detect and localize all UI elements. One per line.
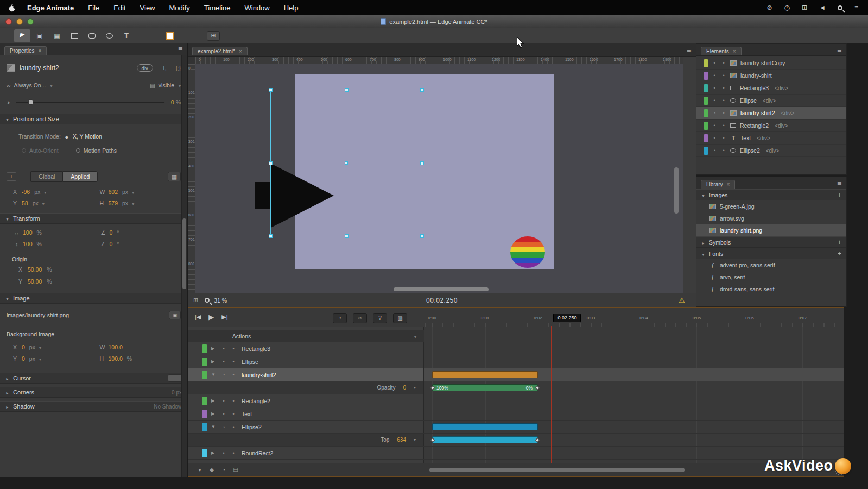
transition-mode-value[interactable]: X, Y Motion (73, 133, 102, 140)
visibility-toggle[interactable]: • (712, 60, 717, 66)
tab-example2[interactable]: example2.html* (192, 47, 248, 55)
keyframe-diamond[interactable] (535, 438, 540, 442)
row-list-icon[interactable] (196, 333, 201, 340)
easing-button[interactable] (393, 313, 407, 323)
add-item-button[interactable]: + (838, 250, 841, 258)
global-button[interactable]: Global (30, 171, 62, 182)
selection-handle[interactable] (345, 88, 349, 92)
menu-item-timeline[interactable]: Timeline (197, 2, 238, 14)
displays-icon[interactable]: ⊞ (802, 4, 807, 11)
keyframe-diamond[interactable] (430, 386, 435, 390)
library-item-arvo-serif[interactable]: ƒarvo, serif (696, 271, 846, 283)
close-tab-icon[interactable] (39, 48, 42, 54)
lock-toggle[interactable]: • (231, 372, 236, 378)
close-tab-icon[interactable] (239, 48, 242, 54)
minimize-window-button[interactable] (16, 18, 23, 25)
timeline-track[interactable] (424, 421, 844, 433)
library-section-fonts[interactable]: Fonts+ (696, 248, 846, 259)
timeline-row-ellipse[interactable]: ▶••Ellipse (188, 355, 844, 368)
close-window-button[interactable] (5, 18, 12, 25)
css-class-icon[interactable]: T, (162, 65, 167, 71)
playhead[interactable] (551, 326, 552, 463)
selection-bounding-box[interactable] (270, 90, 422, 236)
lock-toggle[interactable]: • (231, 411, 236, 417)
swap-image-button[interactable] (169, 311, 181, 319)
library-item-advent-pro-sans-serif[interactable]: ƒadvent-pro, sans-serif (696, 259, 846, 271)
chevron-down-icon[interactable] (131, 200, 134, 206)
library-item-laundry-shirt-png[interactable]: laundry-shirt.png (696, 224, 846, 236)
visibility-toggle[interactable]: ◔ (221, 372, 226, 378)
chevron-down-icon[interactable] (131, 189, 134, 195)
layout-presets-button[interactable] (168, 172, 181, 181)
menu-item-file[interactable]: File (81, 2, 106, 14)
rotate-value[interactable]: 0 (110, 229, 113, 236)
add-item-button[interactable]: + (838, 191, 841, 199)
zoom-icon[interactable] (205, 298, 210, 303)
x-value[interactable]: -96 (22, 189, 30, 195)
lock-toggle[interactable]: • (231, 398, 236, 404)
menu-item-window[interactable]: Window (237, 2, 276, 14)
origin-y-value[interactable]: 50.00 (28, 278, 42, 285)
playhead-time-badge[interactable]: 0:02.250 (553, 314, 581, 322)
properties-scrollbar[interactable] (181, 55, 187, 477)
visibility-toggle[interactable]: • (221, 346, 226, 352)
chevron-down-icon[interactable] (43, 189, 46, 195)
lock-toggle[interactable]: • (721, 98, 726, 103)
timeline-row-rectangle3[interactable]: ▶••Rectangle3 (188, 342, 844, 355)
timeline-horizontal-scrollbar[interactable] (429, 468, 685, 472)
opacity-slider[interactable] (16, 102, 164, 103)
tab-elements[interactable]: Elements (701, 47, 742, 55)
element-row-ellipse[interactable]: ••Ellipse<div> (696, 95, 846, 107)
visibility-toggle[interactable]: • (221, 359, 226, 365)
applied-button[interactable]: Applied (62, 171, 98, 182)
rainbow-ellipse[interactable] (510, 236, 545, 268)
panel-menu-icon[interactable] (178, 46, 183, 53)
chevron-down-icon[interactable] (38, 355, 41, 362)
timeline-row-rectangle2[interactable]: ▶••Rectangle2 (188, 394, 844, 408)
layout-grid-button[interactable] (207, 31, 220, 41)
lock-toggle[interactable]: • (231, 346, 236, 352)
animation-span[interactable] (432, 436, 538, 443)
bg-x-value[interactable]: 0 (22, 344, 25, 350)
timeline-track[interactable] (424, 368, 844, 381)
timeline-property-value[interactable]: 634 (397, 437, 406, 443)
panel-menu-icon[interactable] (687, 46, 692, 53)
timeline-row-top[interactable]: Top634▾ (188, 434, 844, 447)
skew-value[interactable]: 0 (110, 241, 113, 247)
timeline-row-ellipse2[interactable]: ▼◔•Ellipse2 (188, 421, 844, 434)
spotlight-icon[interactable] (838, 5, 842, 10)
lock-toggle[interactable]: • (231, 424, 236, 430)
h-value[interactable]: 579 (109, 200, 118, 206)
section-image[interactable]: Image (0, 293, 187, 304)
overflow-dropdown[interactable]: visible (159, 82, 174, 89)
play-button[interactable] (208, 313, 214, 321)
library-item-arrow-svg[interactable]: arrow.svg (696, 212, 846, 224)
animation-span[interactable]: 100%0% (432, 384, 538, 391)
window-titlebar[interactable]: example2.html — Edge Animate CC* (0, 15, 868, 28)
animation-span[interactable] (432, 423, 538, 430)
section-shadow[interactable]: Shadow No Shadow (0, 401, 187, 412)
ellipse-tool[interactable] (101, 29, 117, 42)
time-machine-icon[interactable]: ⊘ (766, 4, 772, 11)
disclosure-triangle[interactable]: ▶ (211, 346, 217, 351)
y-value[interactable]: 58 (22, 200, 28, 206)
visibility-toggle[interactable]: • (712, 98, 717, 103)
library-item-5-green-a-jpg[interactable]: 5-green-A.jpg (696, 200, 846, 212)
section-position-size[interactable]: Position and Size (0, 114, 187, 124)
panel-menu-icon[interactable] (837, 179, 842, 186)
selection-handle[interactable] (269, 161, 273, 165)
disclosure-triangle[interactable]: ▶ (211, 411, 217, 416)
visibility-toggle[interactable]: • (712, 85, 717, 91)
scrollbar-thumb[interactable] (182, 218, 186, 289)
disclosure-triangle[interactable]: ▼ (211, 424, 217, 429)
timeline-ruler[interactable]: 0:000:010:020:030:040:050:060:07 (424, 312, 844, 327)
timeline-property-value[interactable]: 0 (403, 385, 406, 391)
visibility-toggle[interactable]: • (221, 411, 226, 417)
visibility-toggle[interactable]: ◔ (712, 148, 717, 153)
lock-toggle[interactable]: • (231, 450, 236, 456)
timeline-track[interactable] (424, 434, 844, 446)
add-item-button[interactable]: + (838, 239, 841, 246)
cursor-auto-button[interactable] (168, 374, 182, 382)
bg-h-value[interactable]: 100.0 (109, 355, 123, 362)
auto-orient-radio[interactable] (22, 148, 26, 153)
